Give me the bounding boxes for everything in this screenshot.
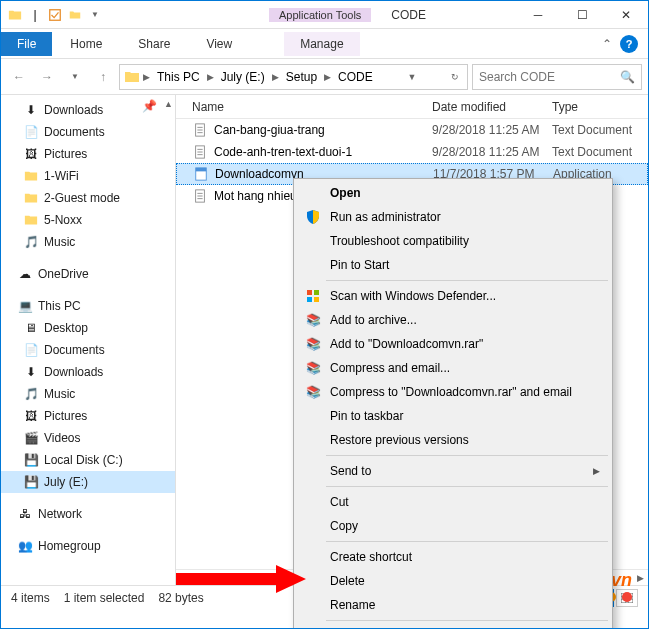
sidebar-item-noxx[interactable]: 5-Noxx xyxy=(1,209,175,231)
breadcrumb-item[interactable]: This PC xyxy=(153,68,204,86)
refresh-icon[interactable]: ↻ xyxy=(447,72,463,82)
menu-item-properties[interactable]: Properties xyxy=(296,624,610,629)
checkbox-icon[interactable] xyxy=(47,7,63,23)
music-icon: 🎵 xyxy=(23,234,39,250)
submenu-arrow-icon: ▶ xyxy=(593,466,600,476)
status-item-count: 4 items xyxy=(11,591,50,605)
sidebar-item-wifi[interactable]: 1-WiFi xyxy=(1,165,175,187)
breadcrumb-sep-icon[interactable]: ▶ xyxy=(142,72,151,82)
menu-item-run-admin[interactable]: Run as administrator xyxy=(296,205,610,229)
svg-rect-11 xyxy=(314,290,319,295)
menu-separator xyxy=(326,620,608,621)
scroll-up-icon[interactable]: ▲ xyxy=(164,99,173,109)
folder-icon[interactable] xyxy=(7,7,23,23)
sidebar-item-music2[interactable]: 🎵Music xyxy=(1,383,175,405)
homegroup-icon: 👥 xyxy=(17,538,33,554)
pc-icon: 💻 xyxy=(17,298,33,314)
sidebar-item-desktop[interactable]: 🖥Desktop xyxy=(1,317,175,339)
scroll-right-icon[interactable]: ▶ xyxy=(632,570,648,586)
sidebar-item-downloads2[interactable]: ⬇Downloads xyxy=(1,361,175,383)
file-row[interactable]: Can-bang-giua-trang9/28/2018 11:25 AMTex… xyxy=(176,119,648,141)
breadcrumb[interactable]: ▶ This PC ▶ July (E:) ▶ Setup ▶ CODE ▼ ↻ xyxy=(119,64,468,90)
svg-rect-10 xyxy=(307,290,312,295)
recent-dropdown[interactable]: ▼ xyxy=(63,65,87,89)
folder-icon xyxy=(23,190,39,206)
column-header-type[interactable]: Type xyxy=(552,100,648,114)
sidebar-item-documents2[interactable]: 📄Documents xyxy=(1,339,175,361)
menu-item-shortcut[interactable]: Create shortcut xyxy=(296,545,610,569)
file-date: 9/28/2018 11:25 AM xyxy=(432,123,552,137)
qat-sep-icon: | xyxy=(27,7,43,23)
menu-item-compress-email[interactable]: 📚Compress and email... xyxy=(296,356,610,380)
share-tab[interactable]: Share xyxy=(120,32,188,56)
sidebar-item-pictures2[interactable]: 🖼Pictures xyxy=(1,405,175,427)
navigation-bar: ← → ▼ ↑ ▶ This PC ▶ July (E:) ▶ Setup ▶ … xyxy=(1,59,648,95)
sidebar-item-documents[interactable]: 📄Documents xyxy=(1,121,175,143)
menu-item-troubleshoot[interactable]: Troubleshoot compatibility xyxy=(296,229,610,253)
breadcrumb-item[interactable]: Setup xyxy=(282,68,321,86)
breadcrumb-item[interactable]: July (E:) xyxy=(217,68,269,86)
menu-item-add-archive[interactable]: 📚Add to archive... xyxy=(296,308,610,332)
sidebar-item-network[interactable]: 🖧Network xyxy=(1,503,175,525)
breadcrumb-item[interactable]: CODE xyxy=(334,68,377,86)
forward-button[interactable]: → xyxy=(35,65,59,89)
menu-item-defender[interactable]: Scan with Windows Defender... xyxy=(296,284,610,308)
folder-small-icon[interactable] xyxy=(67,7,83,23)
file-icon xyxy=(192,144,208,160)
search-box[interactable]: 🔍 xyxy=(472,64,642,90)
file-icon xyxy=(193,166,209,182)
winrar-icon: 📚 xyxy=(304,383,322,401)
sidebar-item-onedrive[interactable]: ☁OneDrive xyxy=(1,263,175,285)
folder-icon xyxy=(23,168,39,184)
column-header-date[interactable]: Date modified xyxy=(432,100,552,114)
sidebar-item-music[interactable]: 🎵Music xyxy=(1,231,175,253)
search-icon[interactable]: 🔍 xyxy=(620,70,635,84)
pictures-icon: 🖼 xyxy=(23,146,39,162)
search-input[interactable] xyxy=(479,70,635,84)
ribbon-expand-icon[interactable]: ⌃ xyxy=(602,37,612,51)
sidebar-item-thispc[interactable]: 💻This PC xyxy=(1,295,175,317)
menu-item-delete[interactable]: Delete xyxy=(296,569,610,593)
minimize-button[interactable]: ─ xyxy=(516,1,560,29)
menu-item-sendto[interactable]: Send to▶ xyxy=(296,459,610,483)
column-header-name[interactable]: Name xyxy=(192,100,432,114)
sidebar-item-homegroup[interactable]: 👥Homegroup xyxy=(1,535,175,557)
menu-item-open[interactable]: Open xyxy=(296,181,610,205)
menu-item-compress-rar-email[interactable]: 📚Compress to "Downloadcomvn.rar" and ema… xyxy=(296,380,610,404)
menu-separator xyxy=(326,280,608,281)
help-icon[interactable]: ? xyxy=(620,35,638,53)
up-button[interactable]: ↑ xyxy=(91,65,115,89)
menu-separator xyxy=(326,541,608,542)
view-tab[interactable]: View xyxy=(188,32,250,56)
menu-item-copy[interactable]: Copy xyxy=(296,514,610,538)
sidebar-item-guest[interactable]: 2-Guest mode xyxy=(1,187,175,209)
menu-item-restore[interactable]: Restore previous versions xyxy=(296,428,610,452)
breadcrumb-dropdown-icon[interactable]: ▼ xyxy=(403,72,420,82)
sidebar-item-pictures[interactable]: 🖼Pictures xyxy=(1,143,175,165)
breadcrumb-sep-icon[interactable]: ▶ xyxy=(323,72,332,82)
home-tab[interactable]: Home xyxy=(52,32,120,56)
menu-item-pin-start[interactable]: Pin to Start xyxy=(296,253,610,277)
pin-icon[interactable]: 📌 xyxy=(142,99,157,113)
menu-item-cut[interactable]: Cut xyxy=(296,490,610,514)
pictures-icon: 🖼 xyxy=(23,408,39,424)
menu-item-add-rar[interactable]: 📚Add to "Downloadcomvn.rar" xyxy=(296,332,610,356)
sidebar-item-july[interactable]: 💾July (E:) xyxy=(1,471,175,493)
back-button[interactable]: ← xyxy=(7,65,31,89)
svg-rect-0 xyxy=(50,9,61,20)
sidebar-item-videos[interactable]: 🎬Videos xyxy=(1,427,175,449)
breadcrumb-sep-icon[interactable]: ▶ xyxy=(271,72,280,82)
breadcrumb-sep-icon[interactable]: ▶ xyxy=(206,72,215,82)
winrar-icon: 📚 xyxy=(304,335,322,353)
status-selected: 1 item selected xyxy=(64,591,145,605)
maximize-button[interactable]: ☐ xyxy=(560,1,604,29)
sidebar-item-localc[interactable]: 💾Local Disk (C:) xyxy=(1,449,175,471)
file-tab[interactable]: File xyxy=(1,32,52,56)
close-button[interactable]: ✕ xyxy=(604,1,648,29)
menu-item-rename[interactable]: Rename xyxy=(296,593,610,617)
menu-item-pin-taskbar[interactable]: Pin to taskbar xyxy=(296,404,610,428)
file-row[interactable]: Code-anh-tren-text-duoi-19/28/2018 11:25… xyxy=(176,141,648,163)
videos-icon: 🎬 xyxy=(23,430,39,446)
qat-dropdown-icon[interactable]: ▼ xyxy=(87,7,103,23)
manage-tab[interactable]: Manage xyxy=(284,32,359,56)
